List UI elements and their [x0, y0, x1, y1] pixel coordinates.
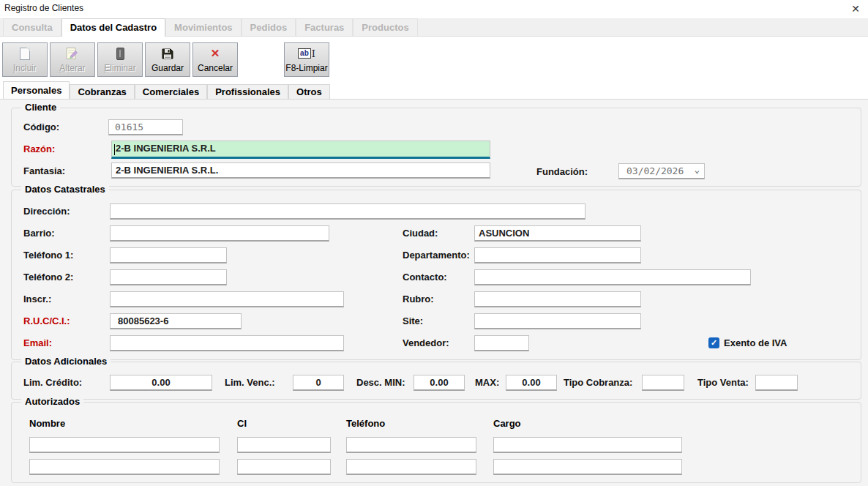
- tab-facturas[interactable]: Facturas: [296, 18, 353, 36]
- title-bar: Registro de Clientes ✕: [0, 0, 868, 18]
- toolbar: Incluir Alterar Eliminar: [0, 37, 868, 82]
- datos-adicionales-legend: Datos Adicionales: [21, 356, 111, 367]
- departamento-label: Departamento:: [403, 250, 470, 261]
- subtab-profissionales[interactable]: Profissionales: [207, 84, 288, 99]
- autorizado-cargo-field-row1[interactable]: [493, 437, 682, 453]
- sub-tab-bar: Personales Cobranzas Comerciales Profiss…: [0, 82, 868, 99]
- autorizados-header-cargo: Cargo: [493, 418, 521, 429]
- subtab-otros[interactable]: Otros: [288, 84, 330, 99]
- lim-venc-field[interactable]: 0: [293, 375, 344, 391]
- lim-credito-field[interactable]: 0.00: [110, 375, 212, 391]
- tipo-venta-label: Tipo Venta:: [697, 377, 749, 388]
- desc-max-field[interactable]: 0.00: [506, 375, 557, 391]
- site-label: Site:: [403, 315, 423, 326]
- telefono1-field[interactable]: [110, 247, 227, 263]
- departamento-field[interactable]: [474, 247, 641, 263]
- codigo-field[interactable]: 01615: [108, 119, 183, 135]
- vendedor-field[interactable]: [474, 335, 529, 351]
- autorizado-telefono-field-row1[interactable]: [346, 437, 476, 453]
- desc-max-label: MAX:: [475, 377, 499, 388]
- f8-limpiar-button[interactable]: abI F8-Limpiar: [284, 42, 329, 77]
- alterar-button[interactable]: Alterar: [50, 42, 95, 77]
- eliminar-button[interactable]: Eliminar: [97, 42, 143, 77]
- guardar-button[interactable]: Guardar: [145, 42, 190, 77]
- cancel-x-icon: ✕: [211, 47, 220, 60]
- autorizado-cargo-field-row2[interactable]: [493, 459, 682, 475]
- desc-min-field[interactable]: 0.00: [414, 375, 465, 391]
- fantasia-field[interactable]: 2-B INGENIERIA S.R.L.: [111, 162, 490, 179]
- exento-iva-label: Exento de IVA: [724, 337, 787, 348]
- lim-venc-label: Lim. Venc.:: [225, 377, 275, 388]
- ciudad-field[interactable]: ASUNCION: [474, 225, 641, 242]
- contacto-label: Contacto:: [403, 272, 447, 283]
- cliente-legend: Cliente: [21, 102, 60, 113]
- new-document-icon: [20, 47, 30, 60]
- tab-datos-del-cadastro[interactable]: Datos del Cadastro: [61, 18, 165, 37]
- tab-consulta[interactable]: Consulta: [3, 18, 61, 36]
- incluir-button[interactable]: Incluir: [2, 42, 48, 77]
- autorizado-nombre-field-row1[interactable]: [29, 437, 220, 453]
- datos-catastrales-legend: Datos Catastrales: [21, 184, 109, 195]
- edit-icon: [66, 47, 79, 60]
- tab-pedidos[interactable]: Pedidos: [242, 18, 296, 36]
- subtab-comerciales[interactable]: Comerciales: [135, 84, 207, 99]
- barrio-field[interactable]: [110, 225, 329, 242]
- autorizados-header-nombre: Nombre: [29, 418, 65, 429]
- autorizados-legend: Autorizados: [21, 396, 83, 407]
- tipo-venta-field[interactable]: [755, 375, 798, 391]
- rubro-label: Rubro:: [403, 294, 434, 304]
- site-field[interactable]: [474, 313, 641, 329]
- ruc-label: R.U.C/C.I.:: [23, 315, 70, 326]
- exento-iva-checkbox[interactable]: ✓: [708, 337, 719, 348]
- cancelar-button[interactable]: ✕ Cancelar: [192, 42, 238, 77]
- fundacion-date-select[interactable]: 03/02/2026 ⌄: [618, 163, 705, 179]
- subtab-cobranzas[interactable]: Cobranzas: [70, 84, 134, 99]
- autorizado-nombre-field-row2[interactable]: [29, 459, 220, 475]
- email-field[interactable]: [110, 335, 344, 351]
- registro-clientes-window: Registro de Clientes ✕ Consulta Datos de…: [0, 0, 868, 486]
- subtab-personales[interactable]: Personales: [3, 81, 70, 99]
- vendedor-label: Vendedor:: [403, 337, 449, 348]
- tipo-cobranza-label: Tipo Cobranza:: [564, 377, 632, 388]
- main-tab-bar: Consulta Datos del Cadastro Movimientos …: [0, 18, 868, 37]
- razon-label: Razón:: [23, 143, 55, 154]
- email-label: Email:: [23, 337, 52, 348]
- ruc-field[interactable]: 80085623-6: [110, 313, 242, 329]
- clear-field-icon: abI: [298, 47, 315, 60]
- inscr-field[interactable]: [110, 291, 344, 307]
- fundacion-label: Fundación:: [536, 166, 588, 177]
- rubro-field[interactable]: [474, 291, 641, 307]
- lim-credito-label: Lim. Crédito:: [23, 377, 82, 388]
- direccion-label: Dirección:: [23, 206, 70, 217]
- fantasia-label: Fantasia:: [23, 165, 65, 176]
- autorizado-telefono-field-row2[interactable]: [346, 459, 476, 475]
- close-icon[interactable]: ✕: [848, 1, 864, 16]
- window-title: Registro de Clientes: [4, 3, 83, 13]
- contacto-field[interactable]: [474, 269, 751, 285]
- chevron-down-icon[interactable]: ⌄: [695, 165, 700, 175]
- direccion-field[interactable]: [110, 203, 585, 220]
- tipo-cobranza-field[interactable]: [642, 375, 684, 391]
- delete-icon: [116, 47, 124, 60]
- autorizado-ci-field-row2[interactable]: [237, 459, 331, 475]
- telefono2-label: Teléfono 2:: [23, 272, 73, 283]
- telefono1-label: Teléfono 1:: [23, 250, 73, 261]
- autorizados-header-telefono: Teléfono: [346, 418, 385, 429]
- telefono2-field[interactable]: [110, 269, 227, 285]
- autorizado-ci-field-row1[interactable]: [237, 437, 331, 453]
- tab-productos[interactable]: Productos: [353, 18, 417, 36]
- inscr-label: Inscr.:: [23, 294, 51, 304]
- save-floppy-icon: [162, 47, 173, 60]
- ciudad-label: Ciudad:: [403, 228, 438, 239]
- barrio-label: Barrio:: [23, 228, 55, 239]
- text-caret: [114, 144, 115, 155]
- razon-field[interactable]: 2-B INGENIERIA S.R.L: [111, 141, 490, 159]
- autorizados-header-ci: CI: [237, 418, 247, 429]
- checkmark-icon: ✓: [711, 338, 717, 347]
- desc-min-label: Desc. MIN:: [356, 377, 405, 388]
- tab-movimientos[interactable]: Movimientos: [165, 18, 241, 36]
- codigo-label: Código:: [23, 122, 59, 132]
